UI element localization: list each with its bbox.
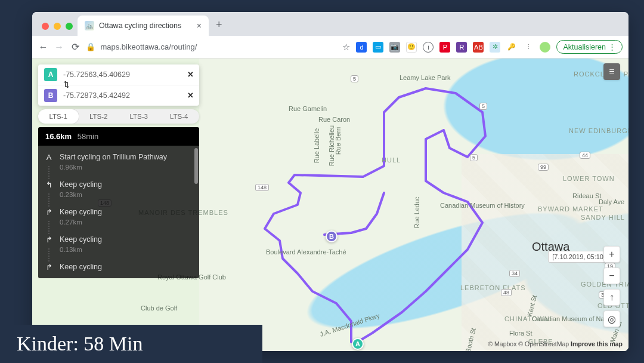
step-distance: 0.96km: [60, 164, 191, 171]
refresh-label: Aktualisieren: [563, 43, 606, 51]
lock-icon: 🔒: [86, 42, 95, 51]
map-controls-bottom: + − ↑ ◎: [603, 246, 620, 327]
step-icon: ↱: [44, 263, 54, 272]
lts-tabs: LTS-1 LTS-2 LTS-3 LTS-4: [38, 109, 199, 124]
bookmark-star-icon[interactable]: ☆: [342, 42, 350, 53]
lts-tab-2[interactable]: LTS-2: [79, 109, 119, 124]
extension-icon[interactable]: 🙂: [406, 42, 417, 53]
layers-button[interactable]: ≡: [603, 63, 620, 80]
compass-button[interactable]: ↑: [603, 289, 620, 306]
step-text: Start cycling on Trillium Pathway: [60, 153, 191, 161]
url-field[interactable]: 🔒 maps.bikeottawa.ca/routing/: [86, 42, 336, 51]
directions-list[interactable]: AStart cycling on Trillium Pathway0.96km…: [38, 146, 199, 278]
locate-button[interactable]: ◎: [603, 310, 620, 327]
extension-icon[interactable]: P: [439, 42, 450, 53]
waypoint-b-badge: B: [44, 89, 57, 102]
slide-caption: Kinder: 58 Min: [0, 325, 262, 363]
road-shield: 48: [501, 289, 512, 296]
extension-icon[interactable]: ✲: [490, 42, 500, 53]
map-label: Rue Berri: [335, 127, 342, 155]
road-shield: 99: [538, 164, 549, 171]
waypoint-a-badge: A: [44, 68, 57, 81]
minimize-window-icon[interactable]: [54, 23, 61, 30]
direction-step[interactable]: ↰Keep cycling0.23km: [38, 176, 199, 203]
tab-title: Ottawa cycling directions: [99, 21, 181, 30]
step-text: Keep cycling: [60, 180, 191, 189]
map-label: Rue Caron: [318, 116, 350, 123]
extension-icon[interactable]: ▭: [373, 42, 383, 53]
direction-step[interactable]: AStart cycling on Trillium Pathway0.96km: [38, 148, 199, 176]
direction-step[interactable]: ↱Keep cycling: [38, 258, 199, 276]
waypoint-a-row: A -75.72563,45.40629 ×: [38, 64, 199, 85]
step-distance: 0.23km: [60, 191, 191, 198]
close-window-icon[interactable]: [42, 23, 49, 30]
map-label: Canadian Museum of History: [440, 202, 525, 209]
attr-osm[interactable]: © OpenStreetMap: [518, 340, 569, 347]
zoom-in-button[interactable]: +: [603, 246, 620, 263]
map-label: Rue Labelle: [313, 128, 320, 164]
step-text: Keep cycling: [60, 263, 191, 271]
road-shield: 44: [580, 152, 590, 159]
map-label: Flora St: [509, 330, 532, 337]
direction-step[interactable]: ↱Keep cycling0.27km: [38, 203, 199, 230]
waypoints-box: A -75.72563,45.40629 × ⇅ B -75.72873,45.…: [38, 64, 199, 106]
browser-window: 🚲 Ottawa cycling directions × + ← → ⟳ 🔒 …: [32, 12, 628, 351]
map-label: Daly Ave: [599, 198, 624, 205]
step-distance: 0.13km: [60, 246, 191, 253]
summary-distance: 16.6km: [45, 132, 72, 141]
zoom-out-button[interactable]: −: [603, 267, 620, 284]
clear-waypoint-b[interactable]: ×: [188, 90, 193, 101]
step-distance: 0.27km: [60, 219, 191, 226]
map-controls-top: ≡: [603, 63, 620, 80]
lts-tab-1[interactable]: LTS-1: [38, 109, 79, 124]
map-label: Rue Leduc: [413, 196, 420, 228]
map-label: LOWER TOWN: [563, 175, 615, 182]
extension-icon[interactable]: i: [423, 42, 434, 53]
browser-tab[interactable]: 🚲 Ottawa cycling directions ×: [78, 16, 209, 36]
window-controls: [39, 23, 78, 36]
extension-icon[interactable]: 🔑: [506, 42, 517, 53]
extension-icon[interactable]: AB: [473, 42, 484, 53]
route-marker-a[interactable]: A: [352, 338, 364, 350]
extension-icon[interactable]: R: [456, 42, 467, 53]
extension-icon[interactable]: 📷: [389, 42, 400, 53]
waypoint-a-value[interactable]: -75.72563,45.40629: [63, 70, 130, 79]
menu-dots-icon: ⋮: [608, 42, 616, 51]
url-text: maps.bikeottawa.ca/routing/: [100, 42, 197, 51]
back-button[interactable]: ←: [38, 42, 48, 53]
route-marker-b[interactable]: B: [326, 230, 338, 242]
lts-tab-4[interactable]: LTS-4: [159, 109, 200, 124]
routing-panel: A -75.72563,45.40629 × ⇅ B -75.72873,45.…: [38, 64, 199, 278]
map-label: HULL: [382, 156, 401, 164]
maximize-window-icon[interactable]: [66, 23, 73, 30]
profile-avatar-icon[interactable]: [540, 42, 550, 53]
address-bar: ← → ⟳ 🔒 maps.bikeottawa.ca/routing/ ☆ d …: [32, 36, 628, 59]
attr-improve[interactable]: Improve this map: [571, 340, 623, 347]
waypoint-b-value[interactable]: -75.72873,45.42492: [63, 91, 130, 100]
refresh-pill[interactable]: Aktualisieren ⋮: [556, 40, 623, 54]
map-label: Leamy Lake Park: [400, 74, 451, 81]
swap-waypoints-icon[interactable]: ⇅: [63, 80, 70, 89]
map-label: LEBRETON FLATS: [460, 284, 526, 291]
map-attribution: © Mapbox © OpenStreetMap Improve this ma…: [488, 340, 623, 347]
new-tab-button[interactable]: +: [209, 19, 230, 36]
tab-strip: 🚲 Ottawa cycling directions × +: [32, 12, 628, 36]
clear-waypoint-a[interactable]: ×: [188, 69, 193, 80]
extension-icon[interactable]: d: [356, 42, 367, 53]
map-viewport[interactable]: Ottawa Leamy Lake ParkROCKCLIFFE PARKNEW…: [32, 59, 628, 351]
step-icon: ↱: [44, 208, 54, 217]
tab-close-icon[interactable]: ×: [197, 21, 202, 30]
waypoint-b-row: ⇅ B -75.72873,45.42492 ×: [38, 85, 199, 106]
step-text: Keep cycling: [60, 208, 191, 216]
reload-button[interactable]: ⟳: [70, 41, 80, 53]
step-icon: ↰: [44, 180, 54, 189]
summary-duration: 58min: [78, 132, 98, 141]
map-label: BYWARD MARKET: [538, 205, 603, 213]
forward-button[interactable]: →: [54, 42, 64, 53]
attr-mapbox[interactable]: © Mapbox: [488, 340, 516, 347]
toolbar-extensions: ☆ d ▭ 📷 🙂 i P R AB ✲ 🔑 ⋮ Aktualisieren ⋮: [342, 40, 623, 54]
direction-step[interactable]: ↱Keep cycling0.13km: [38, 230, 199, 258]
divider-icon: ⋮: [523, 42, 534, 53]
favicon-icon: 🚲: [85, 21, 94, 30]
lts-tab-3[interactable]: LTS-3: [119, 109, 159, 124]
